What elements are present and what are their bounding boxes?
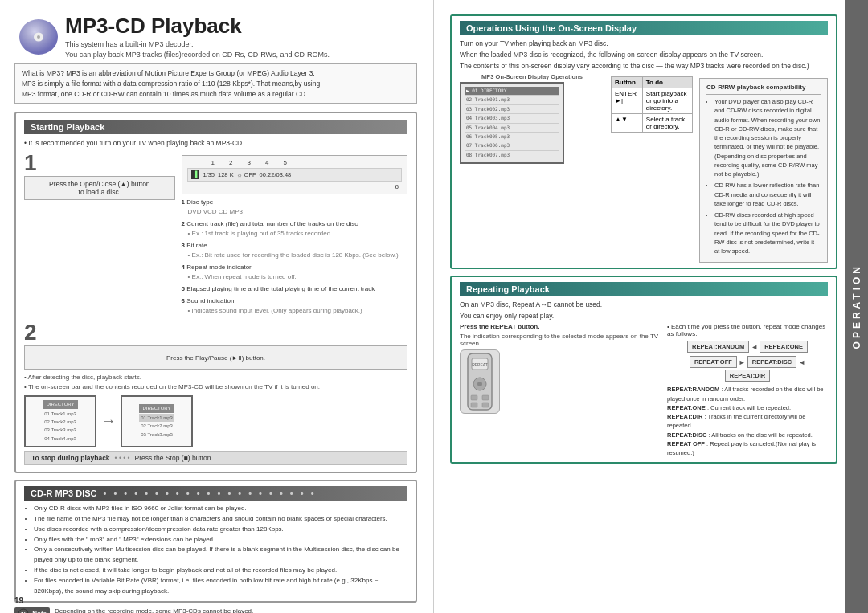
flow-row-1: REPEAT:RANDOM ◄ REPEAT:ONE: [687, 341, 808, 353]
starting-playback-section: Starting Playback • It is recommended yo…: [14, 112, 417, 473]
compat-list: Your DVD player can also play CD-R and C…: [706, 97, 821, 255]
item-2-label: Current track (file) and total number of…: [186, 220, 358, 227]
page-wrapper: MP3-CD Playback This system has a built-…: [0, 0, 868, 613]
ops-table-header-todo: To do: [642, 77, 692, 88]
col-num-4: 4: [265, 159, 268, 166]
left-page-number: 19: [14, 596, 23, 605]
repeat-one-term: REPEAT:ONE: [667, 404, 706, 411]
ops-action-1: Start playback or go into a directory.: [642, 88, 692, 114]
starting-playback-label: Starting Playback: [31, 122, 104, 132]
display-time: 00:22/03:48: [260, 171, 292, 178]
step-1-number: 1: [24, 152, 175, 174]
repeat-random-desc-row: REPEAT:RANDOM : All tracks recorded on t…: [667, 385, 828, 403]
repeat-right: • Each time you press the button, repeat…: [667, 323, 828, 457]
cdr-item-5: Only a consecutively written Multisessio…: [34, 545, 407, 566]
item-5-label: Elapsed playing time and the total playi…: [186, 285, 375, 292]
arrow-2: ►: [739, 358, 746, 366]
step-2-desc1: • After detecting the disc, playback sta…: [24, 373, 407, 382]
repeating-playback-section: Repeating Playback On an MP3 disc, Repea…: [450, 276, 837, 464]
repeat-one-desc-text: : Current track will be repeated.: [707, 404, 791, 411]
col-num-6: 6: [395, 183, 399, 190]
ops-btn-1: ENTER ►|: [612, 88, 643, 114]
cdr-header-dots: • • • • • • • • • • • • • • • • • • • • …: [104, 488, 317, 498]
item-3-num: 3: [182, 242, 185, 249]
screen-file3: 04 Track003.mp3: [465, 114, 559, 123]
repeating-playback-header: Repeating Playback: [460, 282, 828, 296]
item-4-detail: • Ex.: When repeat mode is turned off.: [182, 272, 407, 282]
starting-playback-header: Starting Playback: [24, 120, 407, 134]
cdr-item-4: Only files with the ".mp3" and ".MP3" ex…: [34, 535, 407, 546]
item-2-num: 2: [182, 220, 185, 227]
ops-table-header-button: Button: [612, 77, 643, 88]
step-2-box: Press the Play/Pause (►II) button.: [24, 345, 407, 370]
item-3: 3 Bit rate • Ex.: Bit rate used for reco…: [182, 241, 407, 260]
changes-note: • Each time you press the button, repeat…: [667, 323, 828, 337]
compat-item-2: CD-RW has a lower reflection rate than C…: [714, 181, 821, 208]
display-bitrate: 128 K: [218, 171, 234, 178]
repeat-dir-term: REPEAT:DIR: [667, 413, 702, 420]
svg-rect-12: [471, 403, 477, 407]
sp-steps: 1 Press the Open/Close (▲) button to loa…: [24, 152, 407, 318]
repeat-disc-btn: REPEAT:DISC: [747, 356, 796, 368]
title-text-block: MP3-CD Playback This system has a built-…: [65, 14, 330, 59]
item-3-detail: • Ex.: Bit rate used for recording the l…: [182, 251, 407, 260]
item-1-num: 1: [182, 198, 185, 206]
ops-note2: When the loaded MP3 disc is recognized, …: [460, 51, 828, 59]
ops-table: Button To do ENTER ►| Start playback or …: [611, 76, 693, 133]
operations-header: Operations Using the On-Screen Display: [460, 21, 828, 35]
cdr-item-1: Only CD-R discs with MP3 files in ISO 96…: [34, 504, 407, 514]
screen-file1: 02 Track001.mp3: [465, 96, 559, 104]
operation-side-tab: OPERATION: [845, 0, 868, 613]
ops-action-2: Select a track or directory.: [642, 114, 692, 133]
info-line1: What is MP3? MP3 is an abbreviation of M…: [22, 69, 315, 77]
cdr-list: Only CD-R discs with MP3 files in ISO 96…: [24, 504, 407, 596]
ops-note3: The contents of this on-screen display v…: [460, 62, 828, 70]
repeat-descriptions: REPEAT:RANDOM : All tracks recorded on t…: [667, 385, 828, 457]
screen-mock-before: DIRECTORY 01 Track1.mp3 02 Track2.mp3 03…: [24, 395, 96, 447]
screen-file7: 08 Track007.mp3: [465, 151, 559, 159]
compat-title: CD-R/RW playback compatibility: [706, 83, 821, 95]
repeat-dir-desc-row: REPEAT:DIR : Tracks in the current direc…: [667, 412, 828, 431]
step-2-area: 2 Press the Play/Pause (►II) button. • A…: [24, 321, 407, 447]
note-box: N Note Depending on the recording mode, …: [14, 607, 417, 613]
subtitle-system: This system has a built-in MP3 decoder.: [65, 40, 330, 48]
indication-note: The indication corresponding to the sele…: [460, 333, 659, 347]
item-4-label: Repeat mode indicator: [186, 264, 252, 271]
svg-point-9: [477, 382, 482, 386]
ops-table-area: Button To do ENTER ►| Start playback or …: [611, 73, 693, 263]
numbered-items: 1 Disc type DVD VCD CD MP3 2 Current tra…: [182, 198, 407, 316]
repeat-note2: You can enjoy only repeat play.: [460, 312, 828, 320]
note-badge: N Note: [14, 607, 50, 613]
screen-file5: 06 Track005.mp3: [465, 133, 559, 141]
step-1-col: 1 Press the Open/Close (▲) button to loa…: [24, 152, 175, 318]
svg-text:REPEAT: REPEAT: [472, 362, 488, 367]
operations-header-label: Operations Using the On-Screen Display: [466, 23, 637, 33]
arrow-right-icon: →: [101, 395, 116, 447]
stop-label: To stop during playback: [31, 454, 110, 462]
display-indicator: ▐: [191, 170, 200, 179]
operations-section: Operations Using the On-Screen Display T…: [450, 14, 837, 269]
item-4-num: 4: [182, 264, 185, 271]
ops-note1: Turn on your TV when playing back an MP3…: [460, 39, 828, 47]
stop-dots: • • • •: [115, 454, 130, 462]
info-line2: MP3 is simply a file format with a data …: [22, 80, 320, 88]
repeat-left: Press the REPEAT button. The indication …: [460, 323, 659, 457]
sp-recommendation-note: • It is recommended you turn on your TV …: [24, 139, 407, 147]
cdr-section: CD-R MP3 DISC • • • • • • • • • • • • • …: [14, 480, 417, 603]
compat-item-1: Your DVD player can also play CD-R and C…: [714, 97, 821, 178]
note-label: Note: [32, 611, 47, 613]
disc-icon: [14, 14, 59, 59]
cdr-header: CD-R MP3 DISC • • • • • • • • • • • • • …: [24, 486, 407, 501]
screen-row-a4: 03 Track3.mp3: [139, 431, 174, 439]
screen-row-a2: 01 Track1.mp3: [139, 414, 174, 422]
screen-mock-after: DIRECTORY 01 Track1.mp3 02 Track2.mp3 03…: [121, 395, 193, 447]
arrow-1: ◄: [751, 343, 758, 351]
ops-screen-mock: ▶ 01 DIRECTORY 02 Track001.mp3 03 Track0…: [460, 82, 564, 164]
repeat-disc-desc-text: : All tracks on the disc will be repeate…: [709, 431, 813, 439]
press-repeat-label: Press the REPEAT button.: [460, 323, 659, 330]
item-2-detail: • Ex.: 1st track is playing out of 35 tr…: [182, 229, 407, 239]
cdr-header-label: CD-R MP3 DISC: [31, 488, 97, 498]
step-1-text: Press the Open/Close (▲) button to load …: [49, 180, 150, 196]
cdr-item-6: If the disc is not closed, it will take …: [34, 566, 407, 576]
repeat-off-btn: REPEAT OFF: [690, 356, 737, 368]
